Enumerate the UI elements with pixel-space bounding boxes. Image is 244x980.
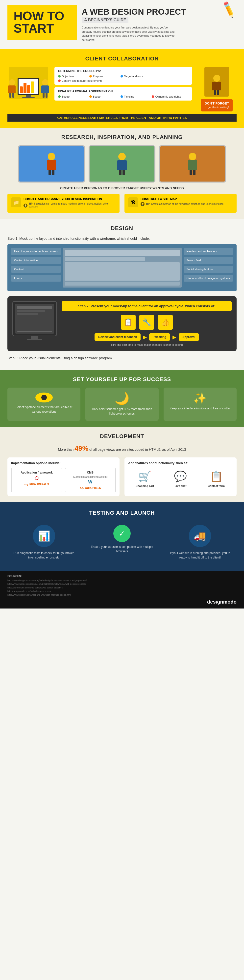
folder-icon: 📁 (11, 197, 21, 207)
persona-screen-1 (18, 145, 85, 183)
person-3 (212, 75, 221, 95)
dev-stat: More than 49% of all page views are on s… (8, 445, 236, 452)
rails-logo: ⬡ (14, 476, 59, 481)
dev-title: DEVELOPMENT (8, 433, 236, 440)
crane-icon: 🏗 (128, 197, 138, 207)
construct-tip-text: TIP: Create a flowchart of the navigatio… (146, 202, 223, 206)
client-collab-title: CLIENT COLLABORATION (8, 56, 236, 62)
header-right-box: A WEB DESIGN PROJECT A BEGINNER'S GUIDE … (82, 5, 186, 42)
research-title: RESEARCH, INSPIRATION, AND PLANNING (8, 134, 236, 140)
live-chat-card: 💬 Live chat (164, 468, 197, 490)
create-personas-text: CREATE USER PERSONAS TO DISCOVER TARGET … (8, 186, 236, 190)
bug-icon: 📊 (33, 525, 55, 547)
header-section: ✏️ HOW TO START A WEB DESIGN PROJECT A B… (0, 0, 244, 49)
objectives-item: Objectives (58, 75, 88, 78)
testing-card-1-text: Run diagnostic tests to check for bugs, … (11, 551, 77, 560)
step2-steps-row: Review and client feedback ▶ Tweaking ▶ … (62, 333, 231, 341)
cms-sub: (Content Management System) (68, 476, 113, 478)
design-section: DESIGN Step 1: Mock up the layout and in… (0, 219, 244, 370)
step2-header: Step 2: Present your mock-up to the clie… (62, 301, 231, 311)
success-card-2: 🌙 Dark color schemes get 30% more traffi… (86, 388, 158, 421)
person-2 (41, 79, 49, 98)
chart-display (17, 78, 40, 98)
wf-footer: Footer (11, 275, 61, 282)
wireframe-mockup: Use of logos and other brand assets Cont… (8, 244, 236, 291)
compile-title: COMPILE AND ORGANIZE YOUR DESIGN INSPIRA… (24, 197, 116, 201)
rails-example: e.g. RUBY ON RAILS (14, 483, 59, 486)
testing-card-2-text: Ensure your website is compatible with m… (89, 545, 155, 554)
success-card-1-text: Select typeface elements that are legibl… (13, 405, 76, 414)
moon-illustration: 🌙 (90, 393, 154, 404)
checkmark-icon: ✓ (113, 525, 131, 542)
shopping-cart-card: 🛒 Shopping cart (128, 468, 162, 490)
dev-two-columns: Implementation options include: Applicat… (8, 457, 236, 496)
step2-info: Step 2: Present your mock-up to the clie… (62, 301, 231, 346)
framework-option: Application framework ⬡ e.g. RUBY ON RAI… (11, 468, 62, 492)
success-section: SET YOURSELF UP FOR SUCCESS Select typef… (0, 370, 244, 427)
success-card-3: ✨ Keep your interface intuitive and free… (163, 388, 236, 421)
impl-options-row: Application framework ⬡ e.g. RUBY ON RAI… (11, 468, 116, 492)
tip-icon-1: 💡 (24, 204, 27, 208)
construct-box: 🏗 CONSTRUCT A SITE MAP 💡 TIP: Create a f… (125, 194, 236, 213)
designmodo-brand: designmodo (8, 599, 236, 605)
success-title: SET YOURSELF UP FOR SUCCESS (8, 376, 236, 383)
arrow-2: ▶ (173, 334, 176, 340)
testing-card-3-text: If your website is running and polished,… (167, 551, 233, 560)
approval-step: Approval (179, 333, 199, 341)
project-title: A WEB DESIGN PROJECT (82, 8, 186, 16)
thumbsup-icon: 👍 (158, 315, 173, 329)
review-step: Review and client feedback (95, 333, 141, 341)
tweaking-step: Tweaking (149, 333, 170, 341)
feature-cards-row: 🛒 Shopping cart 💬 Live chat 📋 Contact fo… (128, 468, 233, 490)
framework-label: Application framework (14, 471, 59, 474)
cart-icon: 🛒 (131, 470, 159, 482)
wf-content: Content (11, 266, 61, 273)
success-card-1: Select typeface elements that are legibl… (8, 388, 81, 421)
step1-text: Step 1: Mock up the layout and intended … (8, 237, 236, 240)
header-left-box: HOW TO START (8, 5, 77, 40)
design-title: DESIGN (8, 225, 236, 232)
wrench-icon: 🔧 (139, 315, 154, 329)
content-item: Content and feature requirements (58, 79, 103, 82)
finalize-title: FINALIZE A FORMAL AGREEMENT ON: (58, 90, 188, 93)
cart-label: Shopping cart (131, 484, 159, 487)
tip-icon-2: 💡 (141, 202, 144, 206)
clipboard-icon: 📋 (121, 315, 136, 329)
wordpress-logo: W (68, 479, 113, 485)
form-icon: 📋 (202, 470, 230, 482)
persona-screen-2 (89, 145, 155, 183)
wp-example: e.g. WORDPRESS (68, 487, 113, 489)
scope-item: Scope (89, 95, 119, 98)
success-card-3-text: Keep your interface intuitive and free o… (168, 406, 231, 410)
chat-icon: 💬 (166, 470, 195, 482)
collab-checklist: DETERMINE THE PROJECT'S: Objectives Purp… (54, 67, 192, 103)
step2-screen (13, 301, 57, 340)
budget-item: Budget (58, 95, 88, 98)
right-person-scene (204, 67, 229, 97)
dont-forget-area: DON'T FORGET to get this in writing! (197, 67, 236, 111)
eye-illustration (13, 393, 76, 402)
header-description: Congratulations on landing your first we… (82, 25, 176, 42)
contact-form-card: 📋 Contact form (200, 468, 233, 490)
footer-section: SOURCES: http://www.designmodo.com/tag/w… (0, 571, 244, 609)
construct-title: CONSTRUCT A SITE MAP (141, 197, 223, 201)
compile-box: 📁 COMPILE AND ORGANIZE YOUR DESIGN INSPI… (8, 194, 119, 213)
persona-screen-3 (159, 145, 226, 183)
step2-tip: TIP: The best time to make major changes… (62, 343, 231, 346)
wf-headers: Headers and subheaders (184, 248, 233, 255)
compile-construct-row: 📁 COMPILE AND ORGANIZE YOUR DESIGN INSPI… (8, 194, 236, 213)
arrow-1: ▶ (143, 334, 147, 340)
persona-screens-row (8, 145, 236, 183)
collab-scene (9, 67, 48, 99)
testing-card-1: 📊 Run diagnostic tests to check for bugs… (8, 521, 81, 563)
form-label: Contact form (202, 484, 230, 487)
determine-box: DETERMINE THE PROJECT'S: Objectives Purp… (54, 67, 192, 85)
ownership-item: Ownership and rights (152, 95, 181, 98)
purpose-item: Purpose (89, 75, 119, 78)
client-collaboration-section: CLIENT COLLABORATION (0, 49, 244, 128)
guide-subtitle: A BEGINNER'S GUIDE (82, 17, 128, 23)
wf-logos: Use of logos and other brand assets (11, 248, 61, 255)
testing-cards-row: 📊 Run diagnostic tests to check for bugs… (8, 521, 236, 563)
wf-contact: Contact information (11, 257, 61, 264)
wireframe-center (63, 248, 182, 288)
